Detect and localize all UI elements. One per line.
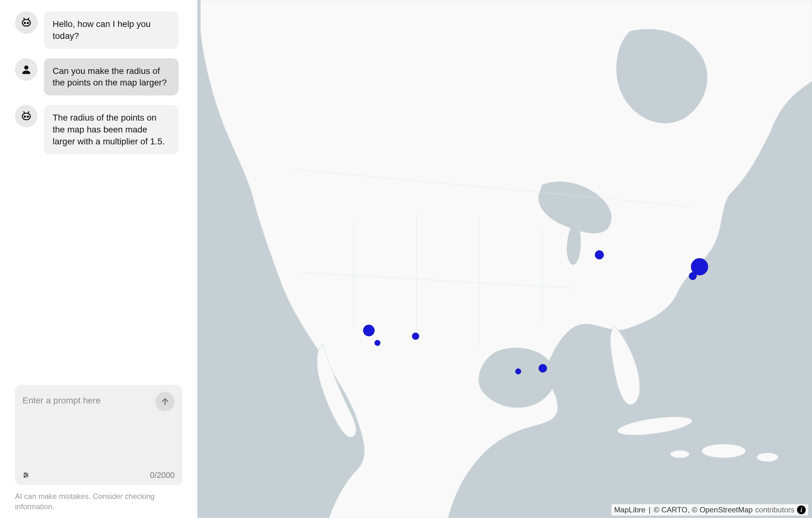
bot-message: The radius of the points on the map has … — [44, 105, 179, 154]
svg-point-4 — [27, 23, 29, 24]
char-count: 0/2000 — [150, 470, 175, 480]
prompt-input[interactable] — [23, 392, 155, 405]
map-attribution: MapLibre | © CARTO, © OpenStreetMap cont… — [611, 504, 808, 516]
jamaica — [670, 450, 689, 458]
arrow-up-icon — [161, 397, 170, 406]
hispaniola — [702, 444, 746, 458]
message-row: Can you make the radius of the points on… — [15, 58, 182, 96]
map-point-san-antonio[interactable] — [515, 369, 521, 374]
separator: | — [648, 506, 650, 514]
map-point-sd[interactable] — [375, 340, 380, 346]
attribution-carto[interactable]: © CARTO, — [654, 506, 690, 514]
svg-point-17 — [24, 476, 25, 477]
attribution-osm[interactable]: © OpenStreetMap — [692, 506, 753, 514]
svg-point-5 — [24, 65, 28, 69]
map-point-houston[interactable] — [539, 364, 547, 372]
options-icon[interactable] — [23, 471, 29, 480]
bot-icon — [20, 110, 32, 122]
user-message: Can you make the radius of the points on… — [44, 58, 179, 96]
map-point-chicago[interactable] — [595, 250, 604, 259]
user-avatar — [15, 58, 37, 81]
prompt-box[interactable]: 0/2000 — [15, 385, 182, 485]
user-icon — [20, 64, 32, 75]
attribution-contributors: contributors — [755, 506, 794, 514]
map-point-phoenix[interactable] — [412, 333, 419, 339]
svg-rect-8 — [22, 113, 30, 120]
chat-sidebar: Hello, how can I help you today? Can you… — [0, 0, 197, 518]
svg-point-9 — [24, 116, 25, 117]
message-row: Hello, how can I help you today? — [15, 11, 182, 49]
bot-avatar — [15, 105, 37, 127]
map-panel[interactable]: MapLibre | © CARTO, © OpenStreetMap cont… — [197, 0, 812, 518]
bot-message: Hello, how can I help you today? — [44, 11, 179, 49]
puerto-rico — [757, 453, 778, 462]
svg-point-10 — [27, 116, 29, 117]
svg-point-15 — [26, 475, 28, 476]
svg-point-3 — [24, 23, 25, 24]
map-point-la[interactable] — [363, 325, 374, 336]
info-icon[interactable]: i — [797, 506, 806, 514]
svg-point-13 — [24, 473, 26, 474]
map-point-philly-small[interactable] — [689, 272, 696, 280]
prompt-footer: 0/2000 — [23, 467, 175, 480]
map-canvas[interactable] — [197, 0, 812, 518]
svg-rect-2 — [22, 20, 30, 26]
prompt-row — [23, 392, 175, 411]
bot-avatar — [15, 11, 37, 34]
send-button[interactable] — [155, 392, 175, 411]
chat-messages: Hello, how can I help you today? Can you… — [15, 11, 182, 378]
disclaimer-text: AI can make mistakes. Consider checking … — [15, 491, 182, 512]
message-row: The radius of the points on the map has … — [15, 105, 182, 154]
bot-icon — [20, 17, 32, 29]
attribution-lib[interactable]: MapLibre — [614, 506, 645, 514]
